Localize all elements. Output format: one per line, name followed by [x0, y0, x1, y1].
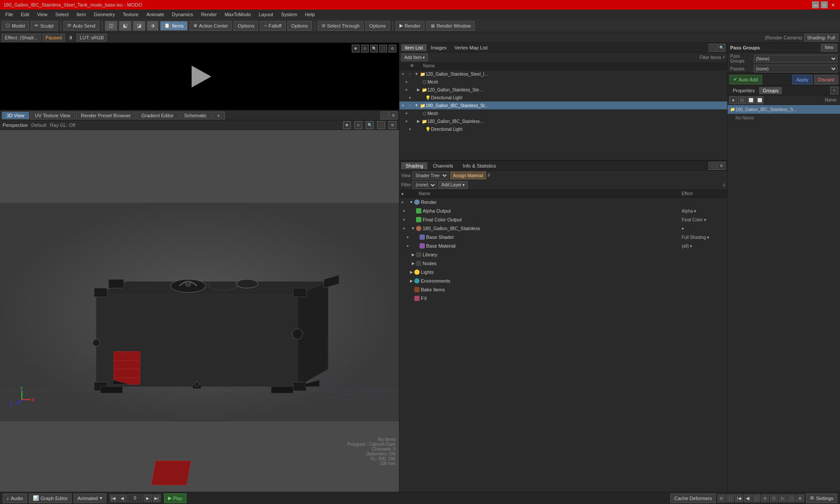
tree-item-dlight-2[interactable]: ● 💡 Directional Light [399, 125, 727, 133]
options-button-3[interactable]: Options [365, 21, 390, 31]
shader-row-bake[interactable]: Bake Items [399, 285, 727, 294]
vp-icon-3[interactable]: 🔍 [366, 121, 374, 129]
tree-item-120gal-group[interactable]: ● ○ ▼ 📁 120_Gallon_Stainless_Steel_IBC_T… [399, 70, 727, 78]
eye-icon-dlight2[interactable]: ● [406, 127, 413, 131]
tab-add[interactable]: + [212, 112, 224, 119]
eye-icon-mesh2[interactable]: ● [403, 111, 410, 116]
transport-icon-6[interactable]: ⊙ [761, 494, 769, 502]
menu-animate[interactable]: Animate [143, 11, 168, 18]
shader-row-nodes[interactable]: ▶ Nodes [399, 259, 727, 268]
tab-images[interactable]: Images [427, 44, 450, 51]
tab-gradient-editor[interactable]: Gradient Editor [136, 112, 178, 119]
shader-row-lights[interactable]: ▶ Lights [399, 268, 727, 276]
render-icon-5[interactable]: ⚙ [388, 45, 396, 52]
menu-file[interactable]: File [2, 11, 17, 18]
transport-icon-5[interactable]: ⬚ [752, 494, 760, 502]
add-item-button[interactable]: Add Item ▾ [401, 53, 428, 61]
maximize-button[interactable]: □ [821, 1, 828, 8]
menu-maxtomodo[interactable]: MaxToModo [221, 11, 254, 18]
tree-item-180gal-tank[interactable]: ● ▶ 📁 180_Gallon_IBC_Stainless_Steel_Tan… [399, 117, 727, 125]
tab-properties[interactable]: Properties [729, 87, 758, 94]
eye-icon-1[interactable]: ● [399, 72, 406, 76]
render-button[interactable]: ▶ Render [396, 21, 424, 31]
menu-layout[interactable]: Layout [255, 11, 276, 18]
new-button[interactable]: New [821, 44, 837, 52]
toolbar-icon-4[interactable]: ⬗ [147, 21, 158, 31]
render-icon-3[interactable]: 🔍 [370, 45, 378, 52]
discard-button[interactable]: Discard [814, 75, 838, 84]
vp-settings-icon[interactable]: ⚙ [388, 121, 396, 129]
lock-icon-2[interactable]: ○ [406, 103, 413, 108]
tab-groups[interactable]: Groups [759, 87, 782, 94]
tab-vertex-map-list[interactable]: Vertex Map List [451, 44, 491, 51]
transport-icon-4[interactable]: ◀| [744, 494, 752, 502]
view-expand-icon[interactable]: ⬚ [381, 112, 388, 119]
assign-material-button[interactable]: Assign Material [450, 172, 486, 179]
options-button-1[interactable]: Options [234, 21, 258, 31]
tab-channels[interactable]: Channels [428, 162, 457, 169]
eye-icon-dlight1[interactable]: ● [406, 95, 413, 100]
transport-icon-2[interactable]: ⬚ [726, 494, 734, 502]
expand-tank2[interactable]: ▶ [415, 119, 421, 123]
select-through-button[interactable]: ⊘ Select Through [318, 21, 364, 31]
eye-icon-mesh1[interactable]: ● [403, 80, 410, 84]
shading-expand-icon[interactable]: ⬚ [709, 162, 717, 170]
frame-input[interactable] [127, 494, 143, 502]
shader-row-final-color[interactable]: ● Final Color Output Final Color ▾ [399, 215, 727, 224]
options-button-2[interactable]: Options [287, 21, 312, 31]
action-center-button[interactable]: ⊕ Action Center [189, 21, 232, 31]
shader-row-environments[interactable]: ▶ Environments [399, 276, 727, 285]
close-button[interactable]: ✕ [830, 1, 836, 8]
shader-expand-render[interactable]: ▼ [408, 200, 414, 204]
model-button[interactable]: ⬡ Model [2, 21, 29, 31]
menu-dynamics[interactable]: Dynamics [168, 11, 196, 18]
apply-button[interactable]: Apply [792, 75, 812, 84]
menu-geometry[interactable]: Geometry [90, 11, 118, 18]
toolbar-icon-1[interactable]: ◫ [105, 21, 117, 31]
render-icon-1[interactable]: ✱ [352, 45, 360, 52]
graph-editor-button[interactable]: 📊 Graph Editor [29, 494, 72, 503]
transport-icon-3[interactable]: |◀ [735, 494, 743, 502]
groups-icon-1[interactable]: ● [729, 96, 737, 104]
shader-row-render[interactable]: ● ▼ Render [399, 198, 727, 206]
sculpt-button[interactable]: ✏ Sculpt [31, 21, 58, 31]
shader-row-library[interactable]: ▶ Library [399, 250, 727, 259]
shader-row-base-material[interactable]: ● Base Material (all) ▾ [399, 242, 727, 250]
view-settings-icon[interactable]: ⚙ [389, 112, 397, 119]
vp-icon-1[interactable]: ✱ [343, 121, 351, 129]
items-button[interactable]: 📋 Items [160, 21, 188, 31]
item-list-expand-icon[interactable]: ⬚ [709, 44, 717, 52]
transport-icon-10[interactable]: ⊘ [796, 494, 804, 502]
shader-eye-baseshader[interactable]: ● [406, 235, 413, 239]
tree-item-180gal-group[interactable]: ● ○ ▼ 📁 180_Gallon_IBC_Stainless_Steel_.… [399, 102, 727, 109]
transport-icon-9[interactable]: ⬚ [788, 494, 795, 502]
vp-expand-icon[interactable]: ⬚ [377, 121, 385, 129]
filter-select[interactable]: (none) [413, 181, 437, 189]
shader-row-fx[interactable]: FX [399, 294, 727, 303]
expand-1[interactable]: ▼ [413, 72, 420, 76]
minimize-button[interactable]: — [812, 1, 819, 8]
shader-expand-env[interactable]: ▶ [408, 279, 414, 283]
item-list-settings-icon[interactable]: 🔍 [718, 44, 725, 52]
shader-eye-alpha[interactable]: ● [403, 209, 410, 213]
shader-eye-180[interactable]: ● [403, 226, 410, 231]
shader-expand-library[interactable]: ▶ [410, 252, 416, 257]
menu-texture[interactable]: Texture [119, 11, 142, 18]
3d-viewport[interactable]: X Y Z No Items Polygons : Catmull-Clark … [0, 130, 399, 494]
render-icon-4[interactable]: ⬚ [379, 45, 387, 52]
animated-button[interactable]: Animated ▾ [74, 494, 106, 503]
render-window-button[interactable]: 🖥 Render Window [426, 21, 475, 31]
pause-icon[interactable]: ⏸ [66, 35, 75, 40]
groups-icon-3[interactable]: ⬜ [747, 96, 755, 104]
lock-icon-1[interactable]: ○ [406, 72, 413, 76]
shader-expand-lights[interactable]: ▶ [408, 270, 414, 274]
menu-edit[interactable]: Edit [18, 11, 33, 18]
shader-row-180gal[interactable]: ● ▼ 180_Gallon_IBC_Stainless ▾ [399, 224, 727, 233]
passes-select[interactable]: (none) [754, 65, 837, 73]
transport-icon-8[interactable]: ▷ [779, 494, 787, 502]
tree-item-mesh-2[interactable]: ● ⬡ Mesh [399, 109, 727, 117]
toolbar-icon-2[interactable]: ⬕ [119, 21, 131, 31]
audio-button[interactable]: ♪ Audio [3, 494, 27, 503]
skip-start-button[interactable]: |◀ [110, 494, 118, 502]
tree-item-mesh-1[interactable]: ● ⬡ Mesh [399, 78, 727, 86]
